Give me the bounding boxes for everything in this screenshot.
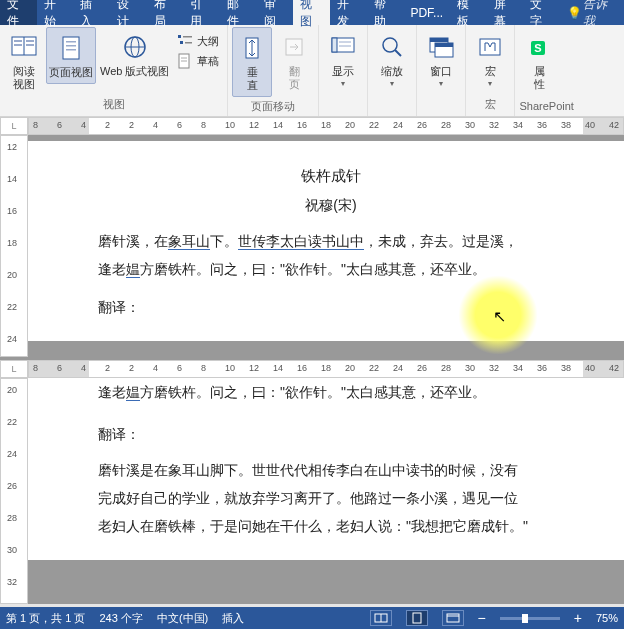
svg-rect-14 (183, 36, 192, 38)
menu-bulb-icon[interactable]: 💡 (560, 0, 576, 25)
menu-layout[interactable]: 布局 (147, 0, 184, 25)
sharepoint-icon: S (523, 31, 555, 63)
status-bar: 第 1 页，共 1 页 243 个字 中文(中国) 插入 − + 75% (0, 607, 624, 629)
zoom-icon (376, 31, 408, 63)
svg-rect-38 (447, 614, 459, 622)
menu-references[interactable]: 引用 (183, 0, 220, 25)
zoom-slider[interactable] (500, 617, 560, 620)
zoom-value[interactable]: 75% (596, 612, 618, 624)
menu-tell-me[interactable]: 告诉我 (576, 0, 624, 25)
svg-rect-29 (430, 38, 448, 42)
status-language[interactable]: 中文(中国) (157, 611, 208, 626)
document-pane-2: 20222426283032 逢老媪方磨铁杵。问之，曰："欲作针。"太白感其意，… (0, 378, 624, 604)
svg-rect-31 (435, 43, 453, 47)
outline-button[interactable]: 大纲 (173, 31, 223, 51)
page-2: 逢老媪方磨铁杵。问之，曰："欲作针。"太白感其意，还卒业。 翻译： 磨针溪是在象… (28, 378, 624, 560)
horizontal-ruler-2[interactable]: 8642246810121416182022242628303234363840… (28, 360, 624, 378)
group-display-label (323, 110, 363, 114)
web-view-icon (119, 31, 151, 63)
vertical-icon (236, 32, 268, 64)
page-surface-1[interactable]: 铁杵成针 祝穆(宋) 磨针溪，在象耳山下。世传李太白读书山中，未成，弃去。过是溪… (28, 135, 624, 357)
doc-translation-line: 完成好自己的学业，就放弃学习离开了。他路过一条小溪，遇见一位 (98, 484, 564, 512)
ribbon: 阅读 视图 页面视图 Web 版式视图 大纲 草稿 视图 (0, 25, 624, 117)
doc-paragraph: 磨针溪，在象耳山下。世传李太白读书山中，未成，弃去。过是溪， (98, 227, 564, 255)
display-button[interactable]: 显示 ▾ (323, 27, 363, 92)
page-surface-2[interactable]: 逢老媪方磨铁杵。问之，曰："欲作针。"太白感其意，还卒业。 翻译： 磨针溪是在象… (28, 378, 624, 604)
group-views-label: 视图 (4, 95, 223, 114)
zoom-out-button[interactable]: − (478, 610, 486, 626)
status-mode[interactable]: 插入 (222, 611, 244, 626)
ruler-row-2: L 86422468101214161820222426283032343638… (0, 357, 624, 378)
svg-rect-7 (66, 41, 76, 43)
vertical-ruler-1[interactable]: 12141618202224 (0, 135, 28, 357)
doc-title: 铁杵成针 (98, 161, 564, 191)
group-sharepoint: S 属 性 SharePoint (515, 25, 577, 116)
status-page[interactable]: 第 1 页，共 1 页 (6, 611, 85, 626)
group-window-label (421, 110, 461, 114)
draft-label: 草稿 (197, 54, 219, 69)
read-view-button[interactable]: 阅读 视图 (4, 27, 44, 95)
menu-mail[interactable]: 邮件 (220, 0, 257, 25)
window-button[interactable]: 窗口 ▾ (421, 27, 461, 92)
page-view-label: 页面视图 (49, 66, 93, 79)
display-label: 显示 (332, 65, 354, 78)
group-window: 窗口 ▾ (417, 25, 466, 116)
menu-insert[interactable]: 插入 (73, 0, 110, 25)
menu-design[interactable]: 设计 (110, 0, 147, 25)
draft-button[interactable]: 草稿 (173, 51, 223, 71)
ruler-row-1: L 86422468101214161820222426283032343638… (0, 117, 624, 135)
zoom-button[interactable]: 缩放 ▾ (372, 27, 412, 92)
menu-home[interactable]: 开始 (37, 0, 74, 25)
page-view-button[interactable]: 页面视图 (46, 27, 96, 84)
doc-author: 祝穆(宋) (98, 191, 564, 219)
menu-dev[interactable]: 开发 (330, 0, 367, 25)
view-mode-read-icon[interactable] (370, 610, 392, 626)
svg-rect-16 (185, 42, 192, 44)
vertical-button[interactable]: 垂 直 (232, 27, 272, 97)
macro-button[interactable]: 宏 ▾ (470, 27, 510, 92)
menu-template[interactable]: 模板 (450, 0, 487, 25)
zoom-label: 缩放 (381, 65, 403, 78)
flip-icon (278, 31, 310, 63)
document-pane-1: 12141618202224 铁杵成针 祝穆(宋) 磨针溪，在象耳山下。世传李太… (0, 135, 624, 357)
group-pagemove-label: 页面移动 (232, 97, 314, 116)
read-view-icon (8, 31, 40, 63)
doc-translation-label: 翻译： (98, 293, 564, 321)
web-view-button[interactable]: Web 版式视图 (98, 27, 171, 82)
view-mode-web-icon[interactable] (442, 610, 464, 626)
properties-label: 属 性 (534, 65, 545, 91)
svg-line-27 (395, 50, 401, 56)
page-1: 铁杵成针 祝穆(宋) 磨针溪，在象耳山下。世传李太白读书山中，未成，弃去。过是溪… (28, 141, 624, 341)
chevron-down-icon: ▾ (488, 79, 492, 88)
svg-point-26 (383, 38, 397, 52)
menu-pdf[interactable]: PDF... (403, 0, 450, 25)
group-sharepoint-label: SharePoint (519, 98, 573, 114)
status-words[interactable]: 243 个字 (99, 611, 142, 626)
group-views: 阅读 视图 页面视图 Web 版式视图 大纲 草稿 视图 (0, 25, 228, 116)
properties-button[interactable]: S 属 性 (519, 27, 559, 95)
flip-button[interactable]: 翻 页 (274, 27, 314, 95)
menu-help[interactable]: 帮助 (367, 0, 404, 25)
menu-screen[interactable]: 屏幕 (487, 0, 524, 25)
zoom-in-button[interactable]: + (574, 610, 582, 626)
outline-icon (177, 33, 193, 49)
view-mode-print-icon[interactable] (406, 610, 428, 626)
menu-review[interactable]: 审阅 (257, 0, 294, 25)
group-display: 显示 ▾ (319, 25, 368, 116)
group-zoom-label (372, 110, 412, 114)
doc-paragraph: 逢老媪方磨铁杵。问之，曰："欲作针。"太白感其意，还卒业。 (98, 255, 564, 283)
ruler-corner: L (0, 117, 28, 135)
menu-view[interactable]: 视图 (293, 0, 330, 25)
vertical-ruler-2[interactable]: 20222426283032 (0, 378, 28, 604)
web-view-label: Web 版式视图 (100, 65, 169, 78)
doc-translation-line: 磨针溪是在象耳山脚下。世世代代相传李白在山中读书的时候，没有 (98, 456, 564, 484)
doc-translation-label: 翻译： (98, 420, 564, 448)
svg-rect-5 (26, 44, 34, 46)
horizontal-ruler-1[interactable]: 8642246810121416182022242628303234363840… (28, 117, 624, 135)
ruler-corner: L (0, 360, 28, 378)
menu-text[interactable]: 文字 (523, 0, 560, 25)
flip-label: 翻 页 (289, 65, 300, 91)
group-pagemove: 垂 直 翻 页 页面移动 (228, 25, 319, 116)
menu-file[interactable]: 文件 (0, 0, 37, 25)
svg-rect-23 (332, 38, 337, 52)
